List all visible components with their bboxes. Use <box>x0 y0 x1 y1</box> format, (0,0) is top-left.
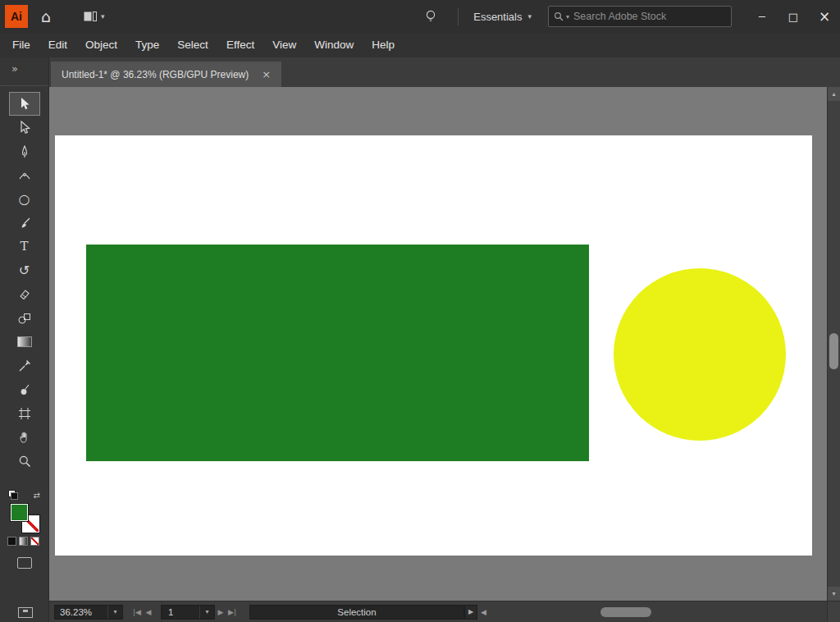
menu-object[interactable]: Object <box>76 33 126 57</box>
vertical-scroll-thumb[interactable] <box>829 333 838 369</box>
last-artboard-button[interactable]: ▶| <box>226 608 238 616</box>
artboard-tool[interactable] <box>10 402 39 424</box>
arrange-documents-button[interactable]: ▾ <box>84 11 105 21</box>
expand-panel-icon[interactable]: » <box>11 62 18 75</box>
document-tab-title: Untitled-1* @ 36.23% (RGB/GPU Preview) <box>62 69 249 80</box>
zoom-level-dropdown[interactable]: 36.23% ▾ <box>54 605 123 620</box>
stock-search-box: ▾ <box>548 6 732 27</box>
color-mode-buttons <box>7 537 39 546</box>
menu-select[interactable]: Select <box>168 33 217 57</box>
menu-type[interactable]: Type <box>126 33 168 57</box>
vertical-scrollbar[interactable]: ▴ ▾ <box>827 87 840 601</box>
scroll-down-icon[interactable]: ▾ <box>828 587 840 601</box>
paintbrush-icon <box>18 217 31 230</box>
pen-tool[interactable] <box>10 140 39 162</box>
discover-lightbulb-icon[interactable] <box>425 9 436 24</box>
search-icon <box>554 11 564 21</box>
scrollbar-corner <box>827 601 840 622</box>
chevron-down-icon: ▾ <box>566 13 569 21</box>
workspace-switcher[interactable]: Essentials ▾ <box>468 11 536 23</box>
curvature-tool[interactable] <box>10 164 39 186</box>
chevron-down-icon: ▾ <box>527 12 532 21</box>
rotate-icon: ↺ <box>19 264 30 277</box>
app-logo-text: Ai <box>11 10 22 23</box>
zoom-level-value: 36.23% <box>55 607 107 617</box>
drawing-mode-button[interactable] <box>17 557 32 569</box>
titlebar-separator <box>458 7 459 25</box>
gradient-icon <box>17 336 32 347</box>
artboard[interactable] <box>55 135 812 556</box>
hand-tool[interactable] <box>10 426 39 448</box>
ellipse-icon: ○ <box>19 193 30 206</box>
blob-brush-icon <box>18 383 31 396</box>
chevron-down-icon: ▾ <box>107 606 122 619</box>
ellipse-tool[interactable]: ○ <box>10 188 39 210</box>
menu-effect[interactable]: Effect <box>217 33 263 57</box>
document-tab[interactable]: Untitled-1* @ 36.23% (RGB/GPU Preview) × <box>51 62 281 87</box>
statusbar: 36.23% ▾ |◀ ◀ 1 ▾ ▶ ▶| Selection ▶ ◀ <box>49 601 840 622</box>
horizontal-scrollbar[interactable]: ◀ <box>477 601 827 622</box>
tab-close-icon[interactable]: × <box>262 68 271 80</box>
shape-builder-tool[interactable] <box>10 307 39 329</box>
menubar: File Edit Object Type Select Effect View… <box>0 33 840 57</box>
screen-mode-button[interactable] <box>18 607 33 618</box>
next-artboard-button[interactable]: ▶ <box>215 608 226 616</box>
menu-file[interactable]: File <box>3 33 39 57</box>
tools-list: ○ T ↺ <box>0 86 48 472</box>
document-tabstrip: Untitled-1* @ 36.23% (RGB/GPU Preview) × <box>49 57 840 87</box>
horizontal-scroll-thumb[interactable] <box>600 607 651 617</box>
eyedropper-tool[interactable] <box>10 354 39 377</box>
blob-brush-tool[interactable] <box>10 378 39 400</box>
canvas-area[interactable] <box>49 87 827 601</box>
selection-tool[interactable] <box>10 93 39 115</box>
green-rectangle-shape[interactable] <box>86 245 589 461</box>
minimize-button[interactable]: ─ <box>746 0 778 33</box>
zoom-tool[interactable] <box>10 450 39 472</box>
scroll-up-icon[interactable]: ▴ <box>828 87 840 101</box>
tools-panel: » <box>0 57 49 622</box>
menu-view[interactable]: View <box>263 33 305 57</box>
window-controls: ─ □ × <box>746 0 840 33</box>
status-indicator[interactable]: Selection <box>249 605 464 620</box>
menu-edit[interactable]: Edit <box>39 33 76 57</box>
swap-fill-stroke-icon[interactable]: ⇄ <box>34 491 40 500</box>
paintbrush-tool[interactable] <box>10 212 39 234</box>
gradient-tool[interactable] <box>10 331 39 353</box>
artboard-icon <box>18 407 31 420</box>
artboard-number: 1 <box>162 607 199 617</box>
first-artboard-button[interactable]: |◀ <box>131 608 143 616</box>
shape-builder-icon <box>17 312 32 325</box>
gradient-button[interactable] <box>19 537 28 546</box>
chevron-down-icon: ▾ <box>101 12 105 21</box>
none-button[interactable] <box>30 537 39 546</box>
eraser-icon <box>18 288 31 301</box>
arrange-documents-icon <box>84 11 97 21</box>
direct-selection-arrow-icon <box>18 121 30 135</box>
menu-help[interactable]: Help <box>363 33 404 57</box>
default-fill-stroke-icon[interactable] <box>8 490 18 500</box>
yellow-circle-shape[interactable] <box>614 268 786 441</box>
selection-arrow-icon <box>18 97 30 111</box>
curvature-icon <box>18 169 31 182</box>
illustrator-window: Ai ⌂ ▾ Essentials ▾ ▾ <box>0 0 840 622</box>
home-icon[interactable]: ⌂ <box>41 9 51 25</box>
rotate-tool[interactable]: ↺ <box>10 259 39 281</box>
eraser-tool[interactable] <box>10 283 39 305</box>
type-icon: T <box>20 240 28 253</box>
fill-color-swatch[interactable] <box>10 503 29 522</box>
eyedropper-icon <box>18 359 31 373</box>
close-button[interactable]: × <box>809 0 840 33</box>
artboard-navigation-dropdown[interactable]: 1 ▾ <box>161 605 215 620</box>
magnifier-icon <box>18 455 31 468</box>
previous-artboard-button[interactable]: ◀ <box>143 608 154 616</box>
titlebar: Ai ⌂ ▾ Essentials ▾ ▾ <box>0 0 840 33</box>
type-tool[interactable]: T <box>10 236 39 258</box>
pen-nib-icon <box>18 145 31 158</box>
direct-selection-tool[interactable] <box>10 117 39 139</box>
menu-window[interactable]: Window <box>305 33 363 57</box>
maximize-button[interactable]: □ <box>778 0 809 33</box>
status-menu-arrow-icon[interactable]: ▶ <box>464 605 477 620</box>
search-input[interactable] <box>572 10 726 23</box>
color-button[interactable] <box>7 537 16 546</box>
scroll-left-icon[interactable]: ◀ <box>481 608 486 616</box>
